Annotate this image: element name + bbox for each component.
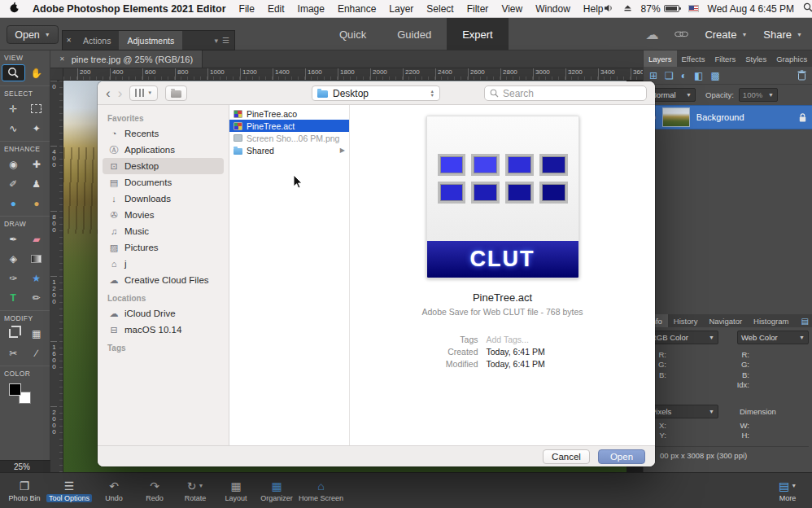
gradient-tool[interactable] [25,250,49,267]
sidebar-item-desktop[interactable]: ⊡Desktop [103,158,224,174]
quick-selection-tool[interactable]: ✦ [25,120,49,137]
foreground-color-swatch[interactable] [9,383,21,396]
sidebar-item-creative-cloud-files[interactable]: ☁Creative Cloud Files [103,272,224,288]
crop-tool[interactable] [2,325,25,342]
sidebar-item-applications[interactable]: ⒶApplications [103,142,224,158]
undo-button[interactable]: ↶Undo [94,479,134,502]
type-tool[interactable]: T [2,289,25,306]
sidebar-item-icloud-drive[interactable]: ☁iCloud Drive [103,305,224,322]
recompose-tool[interactable]: ▦ [25,325,49,342]
sidebar-item-macos-10-14[interactable]: ⊟macOS 10.14 [103,322,224,338]
menu-image[interactable]: Image [298,3,325,15]
back-button[interactable]: ‹ [106,86,111,100]
shape-tool[interactable]: ★ [25,269,49,287]
units-dropdown[interactable]: Pixels▼ [647,405,718,418]
content-aware-move-tool[interactable]: ✂ [2,344,25,361]
blur-tool[interactable]: ● [2,195,25,212]
tab-graphics[interactable]: Graphics [771,50,812,67]
tool-options-button[interactable]: ☰Tool Options [45,479,94,502]
layer-row-background[interactable]: ◉ Background [644,105,812,129]
sidebar-item-movies[interactable]: ✇Movies [103,207,224,223]
home-screen-button[interactable]: ⌂Home Screen [297,479,345,502]
mode-tab-guided[interactable]: Guided [382,18,447,50]
forward-button[interactable]: › [118,86,123,100]
panel-menu-icon[interactable]: ▾☰ [215,31,235,50]
zoom-tool[interactable] [2,64,25,81]
delete-layer-icon[interactable] [797,70,806,81]
tab-histogram[interactable]: Histogram [748,314,794,327]
new-layer-icon[interactable]: ⊞ [649,71,657,81]
paint-bucket-tool[interactable]: ◈ [2,250,25,267]
meta-value-tags[interactable]: Add Tags... [487,335,584,344]
file-row-screen-sho-06-pm-png[interactable]: Screen Sho...06 PM.png [229,132,349,144]
sidebar-item-pictures[interactable]: ▨Pictures [103,239,224,256]
lock-transparency-icon[interactable]: ▩ [710,71,719,81]
new-group-icon[interactable]: ❏ [665,71,674,81]
menu-filter[interactable]: Filter [467,3,489,15]
sidebar-item-downloads[interactable]: ↓Downloads [103,190,224,207]
tab-navigator[interactable]: Navigator [703,314,748,327]
eject-icon[interactable] [623,3,632,15]
lasso-tool[interactable]: ∿ [2,120,25,137]
smart-brush-tool[interactable]: ✐ [2,175,25,192]
spotlight-icon[interactable] [803,2,812,15]
sidebar-item-documents[interactable]: ▤Documents [103,174,224,190]
panel-tab-actions[interactable]: Actions [75,31,119,50]
share-menu[interactable]: Share▼ [763,28,802,41]
menu-edit[interactable]: Edit [268,3,285,15]
close-icon[interactable]: ✕ [59,55,65,63]
menu-layer[interactable]: Layer [389,3,413,15]
panel-close-icon[interactable]: ✕ [63,31,75,50]
hand-tool[interactable]: ✋ [25,64,49,81]
eraser-tool[interactable]: ▰ [25,230,49,247]
apple-menu-icon[interactable] [10,2,20,15]
location-dropdown[interactable]: Desktop ▲▼ [312,85,440,101]
tab-layers[interactable]: Layers [644,50,677,67]
search-field[interactable]: Search [484,85,647,101]
mode-tab-expert[interactable]: Expert [447,18,509,50]
file-row-shared[interactable]: Shared▶ [229,144,349,156]
menu-view[interactable]: View [501,3,522,15]
create-menu[interactable]: Create▼ [705,28,747,41]
red-eye-tool[interactable]: ◉ [2,155,25,173]
straighten-tool[interactable]: ∕ [25,344,49,361]
rotate-button[interactable]: ↻▼Rotate [175,479,216,502]
redo-button[interactable]: ↷Redo [134,479,175,502]
tab-styles[interactable]: Styles [740,50,771,67]
marquee-tool[interactable] [25,100,49,117]
volume-icon[interactable] [604,3,614,15]
photo-bin-button[interactable]: ❐Photo Bin [4,479,45,502]
sidebar-item-j[interactable]: ⌂j [103,256,224,272]
menu-file[interactable]: File [239,3,255,15]
open-menu-button[interactable]: Open▼ [7,25,59,44]
menu-help[interactable]: Help [583,3,604,15]
right-color-mode-dropdown[interactable]: Web Color▼ [737,331,809,344]
battery-indicator[interactable]: 87% [641,3,679,15]
adjustment-layer-icon[interactable]: ◐ [681,71,687,81]
menu-bar-clock[interactable]: Wed Aug 4 6:45 PM [708,3,795,15]
menu-window[interactable]: Window [535,3,570,15]
sponge-tool[interactable]: ● [25,195,49,212]
mode-tab-quick[interactable]: Quick [324,18,382,50]
eyedropper-tool[interactable]: ✑ [2,269,25,287]
file-row-pinetree-aco[interactable]: PineTree.aco [229,107,349,120]
action-button[interactable] [165,85,187,101]
left-color-mode-dropdown[interactable]: RGB Color▼ [647,331,718,344]
brush-tool[interactable]: ✒ [2,230,25,247]
view-mode-button[interactable]: ▼ [129,85,158,101]
link-icon[interactable] [674,28,688,41]
sidebar-item-music[interactable]: ♫Music [103,223,224,239]
layer-mask-icon[interactable]: ◧ [694,71,703,81]
open-button[interactable]: Open [598,449,645,464]
panel-options-icon[interactable]: ▤ [798,314,812,327]
more-button[interactable]: ▤▼ More [767,479,808,502]
menu-enhance[interactable]: Enhance [338,3,376,15]
opacity-dropdown[interactable]: 100%▼ [739,88,778,102]
panel-tab-adjustments[interactable]: Adjustments [119,31,182,50]
tab-filters[interactable]: Filters [709,50,740,67]
document-tab[interactable]: ✕ pine tree.jpg @ 25% (RGB/16) [50,50,203,68]
organizer-button[interactable]: ▦Organizer [256,479,297,502]
menu-select[interactable]: Select [426,3,453,15]
input-source-flag-icon[interactable] [688,5,699,12]
cancel-button[interactable]: Cancel [543,449,590,464]
